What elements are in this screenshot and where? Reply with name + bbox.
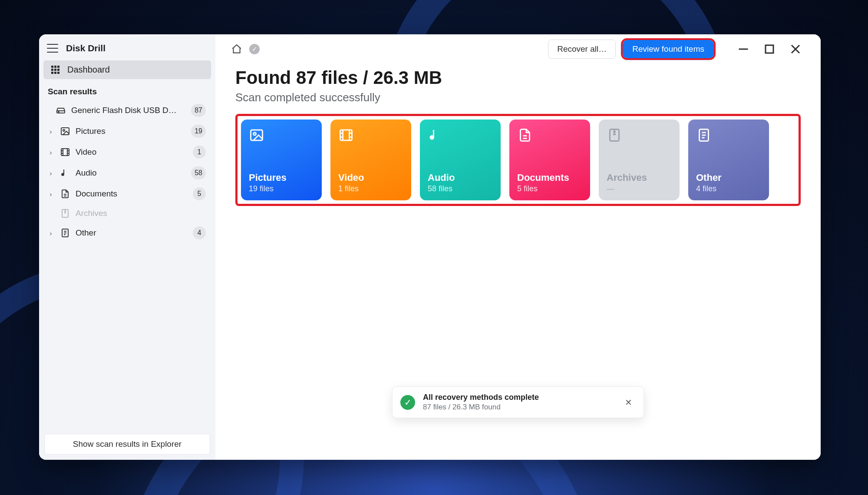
film-icon xyxy=(338,127,354,143)
image-icon xyxy=(60,126,70,136)
review-found-button[interactable]: Review found items xyxy=(623,40,714,58)
window-close-button[interactable] xyxy=(786,41,805,57)
home-icon[interactable] xyxy=(231,43,242,55)
sidebar-item-dashboard[interactable]: Dashboard xyxy=(43,60,211,79)
chevron-right-icon: › xyxy=(47,169,55,177)
film-icon xyxy=(60,147,70,157)
card-title: Documents xyxy=(517,172,582,183)
svg-rect-8 xyxy=(251,130,263,140)
svg-point-1 xyxy=(58,112,59,113)
svg-rect-7 xyxy=(766,45,773,53)
card-subtitle: — xyxy=(607,184,672,193)
count-badge: 1 xyxy=(193,146,206,159)
chevron-right-icon: › xyxy=(47,190,55,198)
main-panel: ✓ Recover all… Review found items Found … xyxy=(215,34,821,460)
sidebar-item-archives: › Archives xyxy=(45,204,209,223)
card-other[interactable]: Other 4 files xyxy=(688,120,769,200)
sidebar-item-label: Documents xyxy=(76,189,188,199)
topbar: ✓ Recover all… Review found items xyxy=(231,34,805,64)
check-circle-icon[interactable]: ✓ xyxy=(249,44,260,54)
card-subtitle: 4 files xyxy=(696,184,761,193)
category-cards: Pictures 19 files Video 1 files xyxy=(235,114,801,206)
sidebar-item-video[interactable]: › Video 1 xyxy=(45,142,209,163)
show-in-explorer-button[interactable]: Show scan results in Explorer xyxy=(44,434,210,455)
card-title: Archives xyxy=(607,172,672,183)
page-title: Found 87 files / 26.3 MB xyxy=(235,67,801,88)
page-icon xyxy=(696,127,712,143)
sidebar-item-other[interactable]: › Other 4 xyxy=(45,223,209,243)
count-badge: 5 xyxy=(193,187,206,200)
app-window: Disk Drill Dashboard Scan results Generi… xyxy=(39,34,821,460)
chevron-right-icon: › xyxy=(47,149,55,156)
sidebar-tree: Generic Flash Disk USB D… 87 › Pictures … xyxy=(43,100,211,243)
card-title: Video xyxy=(338,172,403,183)
device-count-badge: 87 xyxy=(191,104,206,117)
device-label: Generic Flash Disk USB D… xyxy=(71,106,186,115)
toast-close-button[interactable]: ✕ xyxy=(621,395,636,409)
sidebar-item-label: Video xyxy=(76,147,188,157)
chevron-right-icon: › xyxy=(47,128,55,135)
card-video[interactable]: Video 1 files xyxy=(330,120,411,200)
grid-icon xyxy=(51,66,59,74)
window-minimize-button[interactable] xyxy=(734,41,753,57)
count-badge: 4 xyxy=(193,226,206,239)
music-icon xyxy=(60,168,70,178)
content: Found 87 files / 26.3 MB Scan completed … xyxy=(231,64,805,206)
document-icon xyxy=(517,127,533,143)
archive-icon xyxy=(60,208,70,219)
sidebar-item-label: Pictures xyxy=(76,126,186,136)
sidebar-item-audio[interactable]: › Audio 58 xyxy=(45,163,209,183)
chevron-right-icon: › xyxy=(47,229,55,237)
svg-rect-10 xyxy=(340,130,352,140)
window-maximize-button[interactable] xyxy=(760,41,779,57)
page-subtitle: Scan completed successfully xyxy=(235,91,801,104)
svg-point-3 xyxy=(63,130,65,131)
sidebar-header: Disk Drill xyxy=(39,34,215,59)
check-circle-icon: ✓ xyxy=(400,395,415,410)
music-icon xyxy=(428,127,443,143)
sidebar-item-label: Archives xyxy=(76,209,206,218)
sidebar-item-documents[interactable]: › Documents 5 xyxy=(45,183,209,204)
hamburger-icon[interactable] xyxy=(47,44,58,53)
sidebar-item-label: Other xyxy=(76,228,188,238)
sidebar: Disk Drill Dashboard Scan results Generi… xyxy=(39,34,215,460)
card-documents[interactable]: Documents 5 files xyxy=(509,120,590,200)
dashboard-label: Dashboard xyxy=(67,65,110,75)
card-subtitle: 19 files xyxy=(249,184,314,193)
svg-rect-4 xyxy=(61,149,69,156)
document-icon xyxy=(60,189,70,199)
card-audio[interactable]: Audio 58 files xyxy=(420,120,501,200)
scan-results-heading: Scan results xyxy=(43,79,211,100)
recover-all-button[interactable]: Recover all… xyxy=(548,40,616,59)
svg-point-9 xyxy=(254,133,256,135)
svg-rect-2 xyxy=(61,128,69,135)
toast-subtitle: 87 files / 26.3 MB found xyxy=(423,403,614,412)
card-subtitle: 5 files xyxy=(517,184,582,193)
app-title: Disk Drill xyxy=(66,43,106,53)
card-title: Other xyxy=(696,172,761,183)
card-title: Audio xyxy=(428,172,493,183)
count-badge: 19 xyxy=(191,125,206,138)
card-subtitle: 1 files xyxy=(338,184,403,193)
sidebar-item-label: Audio xyxy=(76,168,186,178)
card-title: Pictures xyxy=(249,172,314,183)
toast-title: All recovery methods complete xyxy=(423,393,614,402)
image-icon xyxy=(249,127,264,143)
sidebar-item-device[interactable]: Generic Flash Disk USB D… 87 xyxy=(45,100,209,121)
drive-icon xyxy=(56,105,66,116)
toast-complete: ✓ All recovery methods complete 87 files… xyxy=(392,386,644,418)
card-subtitle: 58 files xyxy=(428,184,493,193)
page-icon xyxy=(60,228,70,238)
archive-icon xyxy=(607,127,622,143)
card-pictures[interactable]: Pictures 19 files xyxy=(241,120,322,200)
card-archives: Archives — xyxy=(599,120,680,200)
count-badge: 58 xyxy=(191,166,206,179)
sidebar-item-pictures[interactable]: › Pictures 19 xyxy=(45,121,209,142)
